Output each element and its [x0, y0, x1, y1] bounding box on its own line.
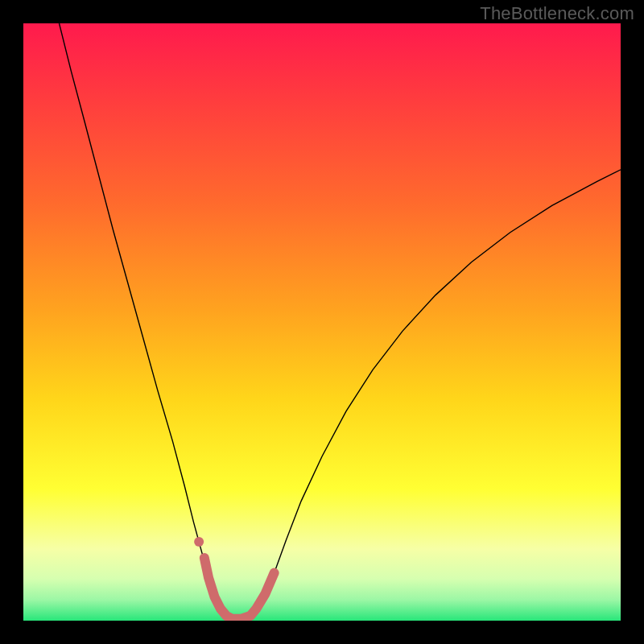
- highlight-dot: [194, 537, 204, 547]
- chart-svg: [23, 23, 621, 621]
- watermark-text: TheBottleneck.com: [480, 3, 634, 24]
- chart-frame: TheBottleneck.com: [0, 0, 644, 644]
- plot-area: [23, 23, 621, 621]
- chart-background: [23, 23, 621, 621]
